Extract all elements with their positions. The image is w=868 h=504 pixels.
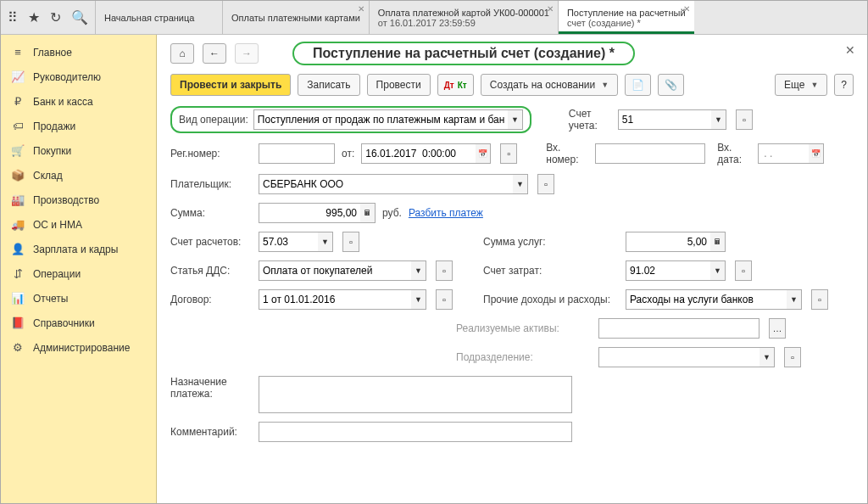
contract-input[interactable] — [259, 289, 411, 310]
in-date-label: Вх. дата: — [717, 142, 751, 165]
operation-type-highlight: Вид операции: ▼ — [170, 106, 531, 133]
calc-icon[interactable]: 🖩 — [710, 232, 726, 252]
reg-no-input[interactable] — [259, 143, 335, 164]
sidebar-item-refs[interactable]: 📕Справочники — [1, 311, 156, 335]
split-payment-link[interactable]: Разбить платеж — [409, 207, 483, 219]
other-income-input[interactable] — [626, 289, 787, 310]
home-button[interactable]: ⌂ — [170, 43, 194, 64]
sidebar-item-reports[interactable]: 📊Отчеты — [1, 286, 156, 311]
cost-acc-label: Счет затрат: — [483, 265, 619, 277]
calendar-icon[interactable]: 📅 — [809, 143, 824, 164]
close-icon[interactable]: ✕ — [547, 4, 554, 14]
sidebar-item-admin[interactable]: ⚙Администрирование — [1, 335, 156, 360]
dropdown-icon[interactable]: ▼ — [787, 289, 802, 310]
in-date-input[interactable] — [758, 143, 809, 164]
close-icon[interactable]: ✕ — [683, 4, 690, 14]
tab-card-payments[interactable]: Оплаты платежными картами ✕ — [222, 1, 369, 34]
dds-input[interactable] — [259, 260, 411, 281]
dropdown-icon[interactable]: ▼ — [710, 260, 726, 281]
post-and-close-button[interactable]: Провести и закрыть — [170, 74, 291, 96]
search-icon[interactable]: 🔍 — [71, 9, 88, 25]
sidebar-item-label: Покупки — [33, 145, 71, 157]
sidebar-item-main[interactable]: ≡Главное — [1, 40, 156, 64]
open-ref-button[interactable]: ▫ — [735, 260, 752, 281]
sidebar-item-assets[interactable]: 🚚ОС и НМА — [1, 212, 156, 237]
main-content: ✕ ⌂ ← → Поступление на расчетный счет (с… — [157, 35, 867, 503]
dropdown-icon[interactable]: ▼ — [411, 289, 426, 310]
operation-type-input[interactable] — [253, 109, 508, 130]
sidebar-item-payroll[interactable]: 👤Зарплата и кадры — [1, 237, 156, 261]
post-button[interactable]: Провести — [367, 74, 431, 96]
settle-acc-input[interactable] — [259, 232, 318, 252]
apps-icon[interactable]: ⠿ — [8, 9, 18, 25]
chart-icon: 📈 — [11, 70, 25, 83]
attach-button[interactable]: 📎 — [658, 74, 684, 96]
doc-ext-button[interactable]: ▫ — [500, 143, 517, 164]
account-input[interactable] — [618, 109, 711, 130]
barchart-icon: 📊 — [11, 292, 25, 305]
open-ref-button[interactable]: ▫ — [537, 174, 554, 194]
other-income-label: Прочие доходы и расходы: — [483, 294, 619, 305]
box-icon: 📦 — [11, 169, 25, 182]
reg-no-label: Рег.номер: — [170, 148, 252, 160]
service-sum-label: Сумма услуг: — [483, 236, 619, 248]
division-label: Подразделение: — [456, 351, 592, 363]
page-title: Поступление на расчетный счет (создание)… — [292, 42, 635, 65]
history-icon[interactable]: ↻ — [50, 9, 61, 25]
open-ref-button[interactable]: ▫ — [436, 289, 453, 310]
save-button[interactable]: Записать — [298, 74, 359, 96]
list-icon: ≡ — [11, 46, 25, 59]
back-button[interactable]: ← — [203, 43, 226, 64]
open-ref-button[interactable]: ▫ — [342, 232, 359, 252]
open-ref-button[interactable]: ▫ — [784, 347, 801, 367]
sidebar-item-operations[interactable]: ⇵Операции — [1, 261, 156, 286]
dropdown-icon[interactable]: ▼ — [711, 109, 726, 130]
close-icon[interactable]: ✕ — [845, 43, 855, 57]
ellipsis-button[interactable]: … — [769, 318, 786, 339]
purpose-textarea[interactable] — [259, 376, 572, 413]
dropdown-icon[interactable]: ▼ — [411, 260, 426, 281]
open-ref-button[interactable]: ▫ — [811, 289, 828, 310]
tab-home[interactable]: Начальная страница — [95, 1, 222, 34]
realizable-label: Реализуемые активы: — [456, 322, 592, 334]
close-icon[interactable]: ✕ — [358, 4, 364, 14]
sidebar-item-manager[interactable]: 📈Руководителю — [1, 64, 156, 89]
more-button[interactable]: Еще▼ — [775, 74, 827, 96]
tab-label: Оплата платежной картой УК00-000001 — [378, 8, 549, 18]
payer-input[interactable] — [259, 174, 513, 194]
sidebar-item-purchases[interactable]: 🛒Покупки — [1, 138, 156, 163]
sum-input[interactable] — [259, 203, 360, 223]
forward-button[interactable]: → — [235, 43, 259, 64]
division-input[interactable] — [598, 347, 760, 367]
service-sum-input[interactable] — [626, 232, 710, 252]
in-no-input[interactable] — [595, 143, 705, 164]
sidebar-item-bank[interactable]: ₽Банк и касса — [1, 89, 156, 114]
calendar-icon[interactable]: 📅 — [476, 143, 491, 164]
sidebar-item-production[interactable]: 🏭Производство — [1, 188, 156, 212]
help-button[interactable]: ? — [834, 74, 854, 96]
sidebar-item-sales[interactable]: 🏷Продажи — [1, 114, 156, 138]
date-input[interactable] — [361, 143, 476, 164]
dropdown-icon[interactable]: ▼ — [318, 232, 333, 252]
sidebar-item-warehouse[interactable]: 📦Склад — [1, 163, 156, 188]
open-ref-button[interactable]: ▫ — [436, 260, 453, 281]
cost-acc-input[interactable] — [626, 260, 710, 281]
star-icon[interactable]: ★ — [28, 9, 40, 25]
dtkt-button[interactable]: ДтКт — [437, 74, 474, 96]
dropdown-icon[interactable]: ▼ — [508, 109, 523, 130]
tab-bank-receipt[interactable]: Поступление на расчетный счет (создание)… — [558, 1, 694, 34]
calc-icon[interactable]: 🖩 — [360, 203, 376, 223]
top-tab-bar: ⠿ ★ ↻ 🔍 Начальная страница Оплаты платеж… — [1, 1, 867, 35]
doc-button[interactable]: 📄 — [625, 74, 651, 96]
create-based-button[interactable]: Создать на основании▼ — [481, 74, 618, 96]
dropdown-icon[interactable]: ▼ — [760, 347, 775, 367]
sidebar-item-label: Руководителю — [33, 71, 101, 83]
tab-payment-doc[interactable]: Оплата платежной картой УК00-000001 от 1… — [369, 1, 558, 34]
sidebar: ≡Главное 📈Руководителю ₽Банк и касса 🏷Пр… — [1, 35, 157, 503]
comment-input[interactable] — [259, 422, 572, 442]
dropdown-icon[interactable]: ▼ — [513, 174, 528, 194]
open-ref-button[interactable]: ▫ — [736, 109, 753, 130]
realizable-input[interactable] — [598, 318, 760, 339]
button-label: Создать на основании — [490, 79, 596, 91]
ruble-icon: ₽ — [11, 95, 25, 108]
